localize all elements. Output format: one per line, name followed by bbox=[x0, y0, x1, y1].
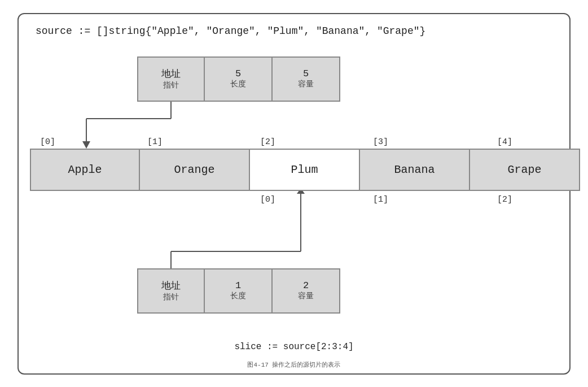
bottom-index-0: [0] bbox=[260, 195, 275, 205]
bottom-struct-cell-0: 地址 指针 bbox=[137, 268, 205, 314]
bottom-index-1: [1] bbox=[373, 195, 388, 205]
array-cell-4: Grape bbox=[470, 149, 580, 191]
svg-marker-3 bbox=[82, 141, 90, 149]
top-index-3: [3] bbox=[373, 137, 388, 147]
bottom-struct: 地址 指针 1 长度 2 容量 bbox=[137, 268, 340, 314]
top-index-4: [4] bbox=[497, 137, 512, 147]
top-index-0: [0] bbox=[40, 137, 55, 147]
bottom-index-2: [2] bbox=[497, 195, 512, 205]
bottom-struct-cell-1: 1 长度 bbox=[205, 268, 273, 314]
array-cell-1: Orange bbox=[140, 149, 250, 191]
top-struct-cell-0: 地址 指针 bbox=[137, 56, 205, 102]
bottom-struct-cell-2: 2 容量 bbox=[273, 268, 340, 314]
source-code-line: source := []string{"Apple", "Orange", "P… bbox=[30, 25, 558, 37]
caption: 图4-17 操作之后的源切片的表示 bbox=[247, 360, 340, 369]
top-index-1: [1] bbox=[147, 137, 163, 147]
array-cell-2: Plum bbox=[250, 149, 360, 191]
diagram-container: source := []string{"Apple", "Orange", "P… bbox=[17, 13, 571, 375]
top-index-2: [2] bbox=[260, 137, 275, 147]
slice-code-line: slice := source[2:3:4] bbox=[234, 342, 353, 352]
array-cell-3: Banana bbox=[360, 149, 470, 191]
array-cell-0: Apple bbox=[30, 149, 140, 191]
top-struct: 地址 指针 5 长度 5 容量 bbox=[137, 56, 340, 102]
top-struct-cell-2: 5 容量 bbox=[273, 56, 340, 102]
array-row: Apple Orange Plum Banana Grape bbox=[30, 149, 580, 191]
top-struct-cell-1: 5 长度 bbox=[205, 56, 273, 102]
